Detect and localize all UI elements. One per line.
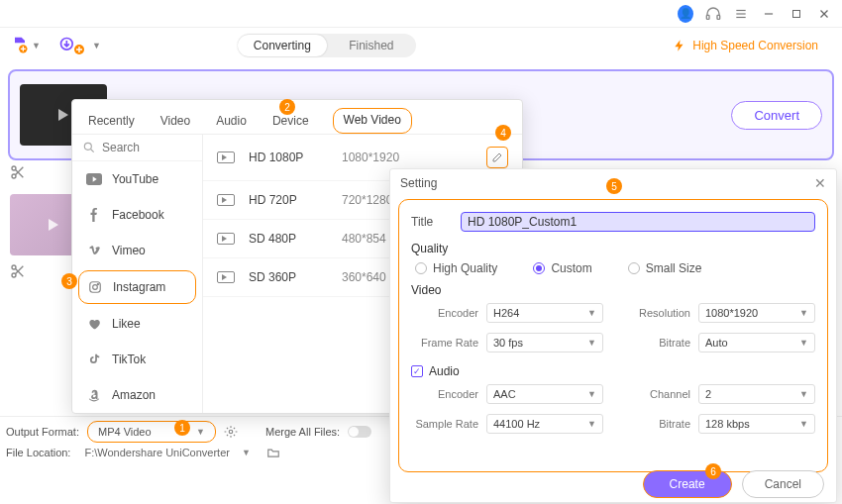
merge-label: Merge All Files: [265,426,340,438]
vimeo-icon [86,243,102,258]
tab-converting[interactable]: Converting [238,35,327,56]
resolution-edit-button[interactable] [486,147,508,168]
quality-small[interactable]: Small Size [628,261,702,275]
likee-icon [86,316,102,332]
convert-button[interactable]: Convert [731,101,822,130]
headset-icon[interactable] [705,6,721,22]
folder-icon[interactable] [266,447,280,458]
badge-4: 4 [495,125,511,141]
titlebar: 👤 [0,0,842,28]
output-format-select[interactable]: MP4 Video ▼ [87,421,216,443]
chevron-down-icon: ▼ [799,389,808,399]
tab-video[interactable]: Video [158,108,192,134]
badge-3: 3 [61,273,77,289]
high-speed-button[interactable]: High Speed Conversion [659,36,832,55]
audio-channel-label: Channel [623,388,698,400]
tab-finished[interactable]: Finished [327,35,416,56]
chevron-down-icon: ▼ [32,41,41,50]
chevron-down-icon: ▼ [799,338,808,348]
platform-tiktok[interactable]: TikTok [72,342,202,377]
platform-instagram[interactable]: Instagram [78,270,196,304]
menu-icon[interactable] [733,6,749,22]
add-file-button[interactable]: ▼ [10,36,41,55]
amazon-icon [86,387,102,403]
cancel-button[interactable]: Cancel [742,470,824,498]
scissors-icon[interactable] [10,263,26,279]
file-location-label: File Location: [6,447,70,458]
chevron-down-icon[interactable]: ▼ [242,448,251,457]
audio-bitrate-select[interactable]: 128 kbps▼ [698,414,815,434]
platform-likee[interactable]: Likee [72,306,202,342]
resolution-dim: 1080*1920 [342,151,399,164]
high-speed-label: High Speed Conversion [692,39,818,52]
resolution-label: HD 1080P [249,151,328,164]
audio-bitrate-label: Bitrate [623,418,698,430]
merge-toggle[interactable] [348,426,371,438]
resolution-dim: 360*640 [342,270,386,284]
resolution-label: SD 360P [249,270,328,284]
facebook-icon [86,207,102,223]
status-segment[interactable]: Converting Finished [238,34,416,57]
minimize-icon[interactable] [761,6,777,22]
title-input[interactable] [461,212,815,232]
chevron-down-icon: ▼ [587,389,596,399]
video-resolution-select[interactable]: 1080*1920▼ [698,303,815,323]
platform-label: Amazon [112,388,156,402]
platform-list: YouTube Facebook Vimeo Instagram Likee T… [72,135,203,413]
audio-samplerate-label: Sample Rate [411,418,486,430]
platform-facebook[interactable]: Facebook [72,197,202,233]
video-encoder-select[interactable]: H264▼ [486,303,603,323]
video-resolution-label: Resolution [623,307,698,319]
platform-vimeo[interactable]: Vimeo [72,233,202,268]
instagram-icon [87,279,103,295]
platform-amazon[interactable]: Amazon [72,377,202,413]
chevron-down-icon: ▼ [587,308,596,318]
resolution-dim: 480*854 [342,232,386,246]
platform-label: YouTube [112,172,158,186]
gear-icon[interactable] [224,425,238,439]
audio-samplerate-select[interactable]: 44100 Hz▼ [486,414,603,434]
svg-point-24 [93,285,98,290]
search-input[interactable] [102,141,192,154]
tab-recently[interactable]: Recently [86,108,137,134]
svg-point-26 [229,430,233,434]
svg-point-25 [97,284,98,285]
maximize-icon[interactable] [789,6,804,22]
audio-checkbox[interactable]: ✓ Audio [411,364,815,378]
quality-radio-group: High Quality Custom Small Size [411,261,815,275]
tab-web-video[interactable]: Web Video [333,108,412,134]
video-file-icon [217,151,235,163]
platform-youtube[interactable]: YouTube [72,161,202,197]
audio-channel-select[interactable]: 2▼ [698,384,815,404]
output-format-label: Output Format: [6,426,79,438]
tab-audio[interactable]: Audio [214,108,249,134]
scissors-icon[interactable] [10,164,26,180]
quality-high[interactable]: High Quality [415,261,497,275]
svg-line-21 [91,150,94,152]
download-button[interactable]: ▼ [58,36,101,55]
toolbar: ▼ ▼ Converting Finished High Speed Conve… [0,28,842,63]
close-icon[interactable] [816,6,832,22]
svg-rect-0 [706,15,709,19]
badge-2: 2 [279,99,295,115]
search-row [72,135,202,161]
chevron-down-icon: ▼ [92,41,101,50]
video-heading: Video [411,283,815,297]
audio-encoder-select[interactable]: AAC▼ [486,384,603,404]
platform-label: Likee [112,317,141,331]
close-icon[interactable]: ✕ [814,175,826,191]
audio-heading: Audio [429,364,460,378]
video-bitrate-select[interactable]: Auto▼ [698,333,815,353]
svg-rect-6 [793,10,800,17]
video-file-icon [217,233,235,245]
quality-heading: Quality [411,242,815,255]
platform-label: TikTok [112,353,146,366]
search-icon [82,141,96,154]
avatar[interactable]: 👤 [678,6,693,22]
audio-encoder-label: Encoder [411,388,486,400]
video-framerate-label: Frame Rate [411,337,486,349]
chevron-down-icon: ▼ [196,427,205,437]
quality-custom[interactable]: Custom [533,261,591,275]
resolution-label: SD 480P [249,232,328,246]
video-framerate-select[interactable]: 30 fps▼ [486,333,603,353]
